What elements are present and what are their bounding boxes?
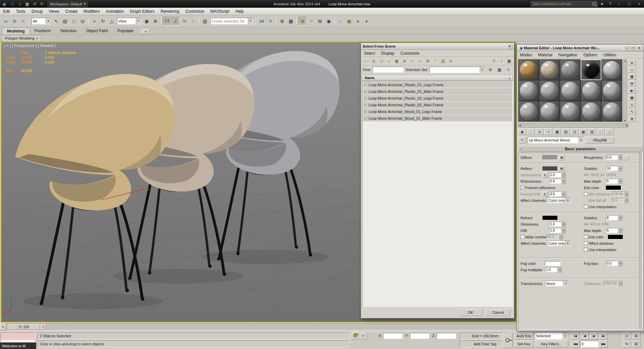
- display-materials-icon[interactable]: ●: [447, 57, 454, 65]
- rect-region-icon[interactable]: □: [69, 17, 78, 25]
- move-icon[interactable]: +: [90, 17, 99, 25]
- spin-up-icon[interactable]: ▲: [562, 179, 566, 181]
- material-id-icon[interactable]: ⊡: [571, 128, 579, 135]
- rendered-frame-icon[interactable]: ▣: [345, 17, 354, 25]
- rglossiness-input[interactable]: [549, 179, 561, 184]
- key-mode-dropdown[interactable]: Selected ▾: [535, 332, 568, 340]
- abbe-input[interactable]: [546, 234, 558, 239]
- get-material-icon[interactable]: ◉: [518, 128, 526, 135]
- display-cameras-icon[interactable]: ▣: [393, 57, 400, 65]
- welcome-window-title[interactable]: Welcome to M: [0, 343, 36, 349]
- scroll-right-icon[interactable]: ▶: [626, 124, 628, 127]
- material-options-icon[interactable]: ≡: [628, 102, 636, 108]
- fresnel-ior-input[interactable]: [549, 191, 561, 196]
- create-set-icon[interactable]: ⊞: [487, 66, 494, 73]
- sample-slot[interactable]: [581, 80, 601, 101]
- dim-distance-checkbox[interactable]: [584, 192, 588, 196]
- put-to-scene-icon[interactable]: ↑: [527, 128, 535, 135]
- sample-slot[interactable]: [539, 101, 560, 122]
- spin-down-icon[interactable]: ▼: [619, 231, 623, 233]
- affect-shadows-checkbox[interactable]: [584, 241, 588, 245]
- sample-slot[interactable]: [601, 80, 622, 101]
- me-maximize-button[interactable]: □: [630, 46, 636, 51]
- z-coord-field[interactable]: [437, 333, 456, 339]
- scroll-left-icon[interactable]: ◀: [519, 124, 521, 127]
- open-file-icon[interactable]: ⌂: [16, 1, 23, 7]
- spin-up-icon[interactable]: ▲: [559, 234, 563, 237]
- maximize-button[interactable]: □: [625, 1, 634, 7]
- spin-down-icon[interactable]: ▼: [562, 231, 566, 233]
- name-column-header[interactable]: Name △: [362, 75, 513, 81]
- spin-down-icon[interactable]: ▼: [558, 270, 562, 273]
- zoom-viewport-icon[interactable]: ⊙: [623, 332, 631, 340]
- translucency-dropdown[interactable]: None ▾: [545, 281, 569, 286]
- sample-slot[interactable]: [518, 101, 539, 122]
- time-next-button[interactable]: >: [41, 324, 46, 330]
- spin-up-icon[interactable]: ▲: [625, 198, 629, 200]
- scale-icon[interactable]: △: [107, 17, 116, 25]
- menu-tools[interactable]: Tools: [13, 8, 29, 15]
- favorites-star-icon[interactable]: ★: [598, 1, 606, 7]
- glossiness-input[interactable]: [549, 222, 561, 227]
- display-geometry-icon[interactable]: ◎: [370, 57, 377, 65]
- sample-slot-selected[interactable]: [581, 59, 601, 80]
- menu-maxscript[interactable]: MAXScript: [207, 8, 232, 15]
- menu-navigation[interactable]: Navigation: [555, 53, 581, 57]
- menu-help[interactable]: Help: [232, 8, 247, 15]
- select-manipulate-icon[interactable]: ⊕: [151, 17, 160, 25]
- roughness-map-button[interactable]: [624, 155, 629, 160]
- show-map-in-viewport-icon[interactable]: ▦: [579, 128, 587, 135]
- spin-down-icon[interactable]: ▼: [619, 218, 623, 221]
- spin-down-icon[interactable]: ▼: [619, 181, 623, 184]
- make-preview-icon[interactable]: ▣: [628, 95, 636, 101]
- select-set-icon[interactable]: ↖: [505, 66, 512, 73]
- reset-map-icon[interactable]: ×: [544, 128, 552, 135]
- menu-customize[interactable]: Customize: [397, 51, 423, 56]
- backlight-icon[interactable]: ☼: [628, 66, 636, 73]
- pick-material-eyedropper-icon[interactable]: ↖: [518, 137, 526, 143]
- layer-manager-icon[interactable]: ≣: [278, 17, 286, 25]
- angle-snap-icon[interactable]: ∠: [171, 17, 180, 25]
- go-to-start-button[interactable]: |◀: [571, 332, 580, 340]
- dim-falloff-input[interactable]: [612, 198, 624, 203]
- menu-graph-editors[interactable]: Graph Editors: [127, 8, 158, 15]
- menu-modifiers[interactable]: Modifiers: [80, 8, 103, 15]
- spin-up-icon[interactable]: ▲: [619, 228, 623, 231]
- refract-subdivs-input[interactable]: [606, 215, 618, 220]
- curve-editor-icon[interactable]: ~: [307, 17, 316, 25]
- spin-down-icon[interactable]: ▼: [562, 181, 566, 184]
- tab-selection[interactable]: Selection: [55, 27, 81, 34]
- sample-slot[interactable]: [581, 101, 601, 122]
- selection-filter-dropdown[interactable]: All ▾: [32, 18, 51, 24]
- ref-coord-dropdown[interactable]: View ▾: [117, 18, 141, 24]
- new-file-icon[interactable]: □: [9, 1, 16, 7]
- ok-button[interactable]: OK: [459, 309, 483, 316]
- set-key-button[interactable]: Set Key: [515, 340, 533, 348]
- sample-uv-tiling-icon[interactable]: ⊞: [628, 80, 636, 87]
- spin-up-icon[interactable]: ▲: [562, 222, 566, 224]
- mirror-icon[interactable]: ⋈: [257, 17, 266, 25]
- current-frame-field[interactable]: [580, 341, 598, 347]
- pan-viewport-icon[interactable]: ⊕: [632, 332, 640, 340]
- affect-channels-dropdown[interactable]: Color only ▾: [547, 197, 571, 203]
- render-iterative-icon[interactable]: ●: [362, 17, 371, 25]
- hglossiness-input[interactable]: [549, 172, 561, 177]
- spin-up-icon[interactable]: ▲: [558, 267, 562, 270]
- diffuse-map-button[interactable]: M: [559, 155, 565, 160]
- ior-input[interactable]: [549, 228, 561, 233]
- menu-create[interactable]: Create: [62, 8, 80, 15]
- named-selection-combo[interactable]: Create Selection Se ▾: [210, 18, 253, 24]
- material-map-navigator-icon[interactable]: ≣: [628, 116, 636, 122]
- snap-toggle[interactable]: 2.5: [163, 17, 171, 25]
- go-to-end-button[interactable]: ▶|: [599, 332, 608, 340]
- spin-down-icon[interactable]: ▼: [562, 194, 566, 197]
- material-editor-title-bar[interactable]: ◉ Material Editor - Loop Mono Armchair W…: [517, 45, 644, 52]
- slots-horizontal-scrollbar[interactable]: ◀ ▶: [518, 123, 629, 128]
- sample-slot[interactable]: [518, 59, 539, 80]
- polygon-modeling-panel[interactable]: Polygon Modeling ▾: [1, 35, 41, 41]
- show-end-result-icon[interactable]: ▥: [588, 128, 596, 135]
- spin-down-icon[interactable]: ▼: [559, 237, 563, 240]
- render-setup-icon[interactable]: ☼: [336, 17, 345, 25]
- menu-options[interactable]: Options: [580, 53, 600, 57]
- spin-down-icon[interactable]: ▼: [562, 224, 566, 227]
